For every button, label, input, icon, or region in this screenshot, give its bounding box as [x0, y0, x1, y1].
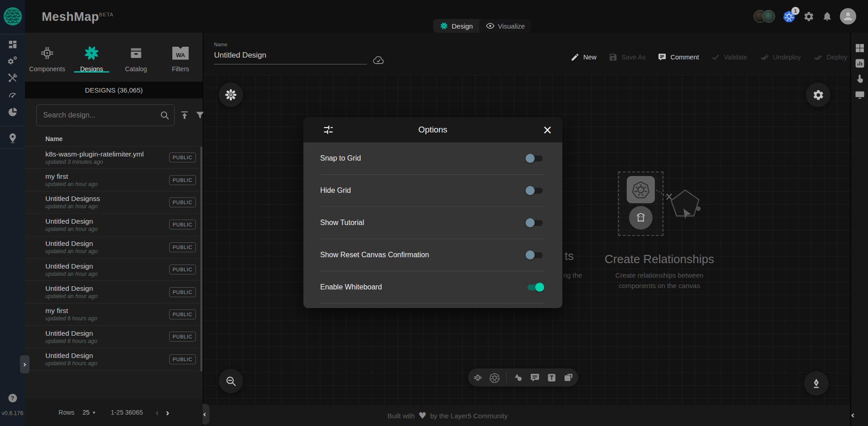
canvas-options-gear-button[interactable] — [806, 83, 830, 107]
freehand-pen-button[interactable] — [804, 371, 829, 396]
design-updated: updated an hour ago — [45, 248, 98, 255]
design-list-item[interactable]: Untitled Design updated an hour ago PUBL… — [25, 259, 203, 281]
configuration-tools-icon[interactable] — [8, 73, 18, 83]
analytics-chart-icon[interactable] — [854, 58, 865, 69]
close-icon[interactable]: × — [542, 124, 552, 136]
tab-components-label: Components — [29, 65, 65, 73]
canvas-actions: New Save As Comment Validate — [571, 53, 847, 62]
tab-visualize-label: Visualize — [498, 22, 525, 30]
option-row-hide-grid: Hide Grid — [320, 175, 544, 207]
pencil-icon — [571, 53, 580, 62]
tab-filters[interactable]: WA Filters — [158, 33, 203, 73]
header-actions: 1 — [754, 8, 856, 24]
flower-icon — [224, 88, 238, 102]
design-list-item[interactable]: Untitled Design updated 8 hours ago PUBL… — [25, 348, 203, 371]
person-icon — [842, 10, 854, 22]
deploy-button[interactable]: Deploy — [813, 53, 847, 62]
extensions-pie-icon[interactable] — [7, 107, 18, 118]
save-as-button[interactable]: Save As — [609, 53, 645, 62]
tab-catalog[interactable]: Catalog — [114, 33, 158, 73]
design-list-item[interactable]: my first updated 6 hours ago PUBLIC — [25, 304, 203, 326]
mesh-logo-icon — [2, 6, 23, 27]
option-row-show-tutorial: Show Tutorial — [320, 207, 544, 239]
hide-grid-toggle[interactable] — [526, 186, 544, 196]
meshmap-pin-icon[interactable] — [7, 132, 18, 144]
tab-visualize[interactable]: Visualize — [479, 19, 532, 33]
list-scrollbar[interactable] — [200, 147, 202, 372]
show-tutorial-toggle[interactable] — [526, 218, 544, 228]
design-list-item[interactable]: Untitled Designss updated an hour ago PU… — [25, 191, 203, 214]
import-design-icon[interactable] — [179, 110, 190, 121]
design-list: k8s-wasm-plugin-ratelimiter.yml updated … — [25, 146, 203, 399]
visibility-badge: PUBLIC — [169, 287, 196, 297]
mode-switcher: Design Visualize — [433, 19, 531, 33]
tab-design[interactable]: Design — [433, 19, 479, 33]
design-name: Untitled Design — [45, 329, 98, 338]
design-updated: updated 8 hours ago — [45, 338, 98, 345]
profile-avatar[interactable] — [840, 8, 856, 24]
kubernetes-context-chip[interactable]: 1 — [782, 10, 796, 23]
layer5-logo[interactable] — [0, 0, 25, 33]
design-list-item[interactable]: k8s-wasm-plugin-ratelimiter.yml updated … — [25, 147, 203, 169]
designs-count-header: DESIGNS (36,065) — [25, 82, 203, 98]
reset-canvas-confirmation-toggle[interactable] — [526, 250, 544, 260]
options-modal-header: Options × — [303, 117, 562, 142]
pagination-range: 1-25 36065 — [111, 409, 143, 416]
rail-divider — [0, 148, 25, 149]
design-name: Untitled Design — [45, 284, 98, 293]
rail-divider — [0, 34, 25, 34]
settings-gear-icon[interactable] — [803, 11, 814, 22]
snap-to-grid-toggle[interactable] — [526, 153, 544, 163]
shapes-grid-icon[interactable] — [854, 43, 865, 54]
expand-drawer-chevron[interactable]: › — [20, 355, 29, 373]
heart-icon: ♥ — [419, 410, 427, 421]
rows-per-page-select[interactable]: 25 ▾ — [83, 409, 95, 416]
visibility-badge: PUBLIC — [169, 264, 196, 274]
notifications-bell-icon[interactable] — [822, 11, 833, 22]
next-page-button[interactable]: › — [166, 407, 169, 418]
dock-media-icon[interactable] — [563, 372, 574, 383]
tab-components[interactable]: Components — [25, 33, 69, 73]
comment-button[interactable]: Comment — [658, 53, 699, 62]
gesture-touch-icon[interactable] — [854, 73, 865, 84]
screen-monitor-icon[interactable] — [854, 89, 865, 100]
canvas-settings-flower-button[interactable] — [219, 83, 243, 107]
empty-state-subtitle: Create relationships between components … — [615, 270, 703, 291]
panel-tabs: Components Designs — [25, 33, 203, 73]
design-updated: updated 3 minutes ago — [45, 158, 144, 166]
rail-divider — [0, 126, 25, 126]
design-name: Untitled Design — [45, 239, 98, 248]
dashboard-icon[interactable] — [8, 39, 18, 49]
new-button[interactable]: New — [571, 53, 596, 62]
validate-button[interactable]: Validate — [711, 53, 747, 62]
dock-comment-icon[interactable] — [530, 372, 540, 383]
filter-funnel-icon[interactable] — [195, 110, 205, 121]
search-input[interactable] — [37, 105, 174, 126]
footer-credit: Built with ♥ by the Layer5 Community — [388, 410, 508, 421]
dock-kubernetes-icon[interactable] — [489, 372, 500, 383]
undeploy-button[interactable]: Undeploy — [760, 53, 801, 62]
zoom-out-button[interactable] — [219, 369, 243, 393]
design-name-input[interactable] — [214, 49, 367, 64]
dock-components-icon[interactable] — [473, 372, 483, 383]
design-list-item[interactable]: Untitled Design updated an hour ago PUBL… — [25, 281, 203, 303]
dock-text-icon[interactable] — [546, 372, 557, 383]
collaborator-avatars — [754, 10, 775, 23]
previous-page-button[interactable]: ‹ — [156, 407, 159, 418]
search-row — [36, 104, 205, 126]
performance-gauge-icon[interactable] — [7, 90, 18, 100]
design-updated: updated an hour ago — [45, 270, 98, 278]
lifecycle-gears-icon[interactable] — [7, 56, 18, 67]
beta-tag: BETA — [99, 12, 114, 17]
enable-whiteboard-toggle[interactable] — [526, 282, 544, 292]
tune-sliders-icon — [322, 124, 334, 136]
design-list-item[interactable]: my first updated an hour ago PUBLIC — [25, 169, 203, 191]
design-list-item[interactable]: Untitled Design updated an hour ago PUBL… — [25, 214, 203, 236]
dock-shapes-icon[interactable] — [513, 372, 523, 383]
tab-designs[interactable]: Designs — [69, 33, 114, 73]
design-list-item[interactable]: Untitled Design updated an hour ago PUBL… — [25, 236, 203, 259]
collapse-right-chevron[interactable]: ‹ — [851, 410, 855, 421]
collaborator-avatar-2[interactable] — [762, 10, 775, 23]
design-list-item[interactable]: Untitled Design updated 8 hours ago PUBL… — [25, 326, 203, 348]
help-button[interactable]: ? — [8, 394, 17, 402]
